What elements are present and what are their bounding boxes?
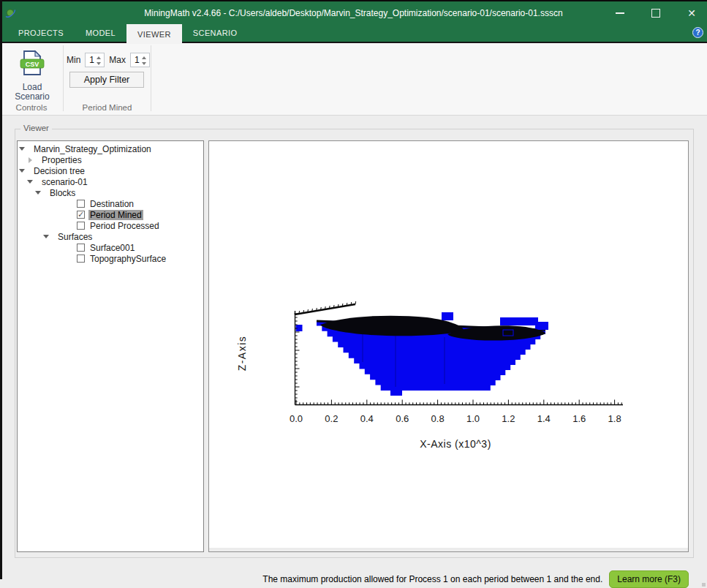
ribbon-group-divider — [63, 45, 64, 111]
maximize-button[interactable] — [651, 8, 661, 18]
x-tick-label: 1.0 — [466, 413, 480, 424]
tree-item-marvin-strategy-optimization[interactable]: Marvin_Strategy_Optimization — [18, 143, 203, 154]
spinner-arrows-icon[interactable] — [141, 55, 147, 67]
viewer-groupbox: Viewer Marvin_Strategy_OptimizationPrope… — [15, 129, 694, 558]
minimize-button[interactable] — [615, 8, 625, 18]
ribbon: CSV Load Scenario Min 1 Max 1 Apply Filt… — [0, 42, 707, 116]
x-tick-label: 0.8 — [431, 413, 445, 424]
tab-model[interactable]: MODEL — [75, 24, 126, 42]
app-logo-icon — [4, 7, 17, 22]
tree-item-surface001[interactable]: Surface001 — [18, 242, 203, 253]
viewport-3d[interactable]: 0.00.20.40.60.81.01.21.41.61.8X-Axis (x1… — [208, 140, 689, 552]
max-label: Max — [109, 55, 126, 65]
status-message: The maximum production allowed for Proce… — [262, 574, 602, 584]
tree-label-period-processed[interactable]: Period Processed — [88, 221, 161, 231]
maximize-icon — [651, 9, 660, 18]
x-axis-title: X-Axis (x10^3) — [420, 438, 491, 450]
checkbox-destination[interactable] — [77, 200, 85, 208]
spinner-arrows-icon[interactable] — [96, 55, 102, 67]
viewport-bottom-margin — [209, 548, 688, 551]
max-value: 1 — [135, 55, 140, 65]
apply-filter-button[interactable]: Apply Filter — [69, 72, 144, 88]
min-label: Min — [67, 55, 80, 65]
tree-item-blocks[interactable]: Blocks — [18, 187, 203, 198]
tree-label-surfaces[interactable]: Surfaces — [56, 232, 94, 242]
expanded-arrow-icon[interactable] — [19, 169, 25, 173]
pit-block — [500, 317, 538, 325]
tree-item-topographysurface[interactable]: TopographySurface — [18, 253, 203, 264]
x-tick-label: 1.4 — [537, 413, 551, 424]
load-scenario-button[interactable]: CSV Load Scenario — [10, 50, 55, 102]
tree-label-properties[interactable]: Properties — [40, 155, 83, 165]
viewer-groupbox-label: Viewer — [20, 124, 52, 132]
max-spinner[interactable]: 1 — [130, 53, 150, 67]
close-button[interactable]: ✕ — [687, 8, 697, 18]
min-spinner[interactable]: 1 — [85, 53, 105, 67]
expanded-arrow-icon[interactable] — [27, 180, 33, 184]
tree-label-marvin-strategy-optimization[interactable]: Marvin_Strategy_Optimization — [32, 144, 153, 154]
tree-label-decision-tree[interactable]: Decision tree — [32, 166, 86, 176]
tree-label-blocks[interactable]: Blocks — [48, 188, 77, 198]
x-tick-label: 1.6 — [572, 413, 586, 424]
expanded-arrow-icon[interactable] — [43, 235, 49, 238]
help-icon[interactable]: ? — [692, 27, 703, 38]
tree-label-topographysurface[interactable]: TopographySurface — [88, 254, 167, 264]
expanded-arrow-icon[interactable] — [19, 147, 25, 151]
ribbon-tabbar: PROJECTS MODEL VIEWER SCENARIO ? — [0, 24, 707, 42]
x-tick-label: 0.6 — [396, 413, 409, 424]
z-axis-title: Z-Axis — [236, 336, 248, 372]
window-title: MiningMath v2.4.66 - C:/Users/aldeb/Desk… — [88, 1, 619, 24]
min-value: 1 — [89, 55, 94, 65]
tree-item-properties[interactable]: Properties — [18, 154, 203, 165]
x-tick-label: 0.4 — [360, 413, 374, 424]
ribbon-group-period-mined-label: Period Mined — [64, 103, 151, 112]
x-tick-label: 1.8 — [608, 413, 621, 424]
tab-scenario[interactable]: SCENARIO — [182, 24, 249, 42]
checkbox-period-processed[interactable] — [77, 222, 85, 230]
csv-file-icon: CSV — [18, 50, 46, 79]
checkbox-topographysurface[interactable] — [77, 255, 85, 263]
tree-item-period-processed[interactable]: Period Processed — [18, 220, 203, 231]
block-model-3d-view[interactable]: 0.00.20.40.60.81.01.21.41.61.8X-Axis (x1… — [209, 141, 688, 548]
minimize-icon — [616, 12, 624, 14]
checkbox-period-mined[interactable] — [77, 211, 85, 219]
close-icon: ✕ — [687, 8, 696, 18]
tree-label-scenario-01[interactable]: scenario-01 — [40, 177, 89, 187]
tree-item-destination[interactable]: Destination — [18, 198, 203, 209]
tree-item-decision-tree[interactable]: Decision tree — [18, 165, 203, 176]
expanded-arrow-icon[interactable] — [35, 191, 41, 195]
scenario-tree[interactable]: Marvin_Strategy_OptimizationPropertiesDe… — [17, 140, 204, 552]
ribbon-group-divider — [151, 45, 151, 111]
titlebar: MiningMath v2.4.66 - C:/Users/aldeb/Desk… — [0, 0, 707, 24]
tree-item-period-mined[interactable]: Period Mined — [18, 209, 203, 220]
tree-label-destination[interactable]: Destination — [88, 199, 135, 209]
tab-viewer[interactable]: VIEWER — [126, 24, 182, 44]
tree-label-surface001[interactable]: Surface001 — [88, 243, 136, 253]
pit-block — [535, 322, 548, 330]
checkbox-surface001[interactable] — [77, 244, 85, 252]
tree-label-period-mined[interactable]: Period Mined — [88, 210, 143, 220]
x-tick-label: 0.2 — [325, 413, 338, 424]
load-scenario-label-line2: Scenario — [15, 92, 49, 102]
statusbar: The maximum production allowed for Proce… — [0, 570, 707, 588]
window-left-edge — [0, 0, 2, 579]
tree-item-scenario-01[interactable]: scenario-01 — [18, 176, 203, 187]
pit-block — [442, 312, 453, 320]
x-tick-label: 0.0 — [290, 413, 303, 424]
ribbon-group-controls-label: Controls — [0, 103, 63, 112]
x-tick-label: 1.2 — [502, 413, 515, 424]
learn-more-button[interactable]: Learn more (F3) — [609, 570, 689, 588]
resize-grip[interactable] — [702, 583, 706, 587]
tab-projects[interactable]: PROJECTS — [7, 24, 75, 42]
tree-item-surfaces[interactable]: Surfaces — [18, 231, 203, 242]
collapsed-arrow-icon[interactable] — [29, 157, 32, 163]
svg-text:CSV: CSV — [26, 61, 39, 68]
